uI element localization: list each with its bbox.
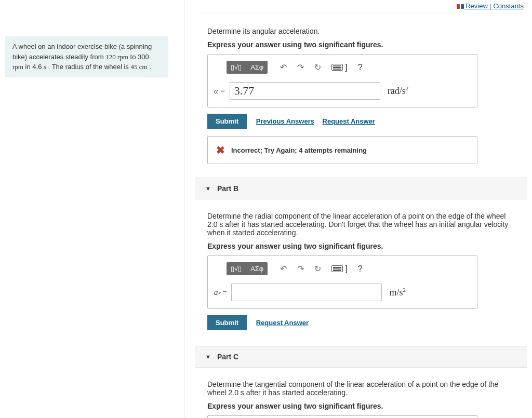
- greek-button[interactable]: ΑΣφ: [246, 61, 268, 74]
- request-answer-link[interactable]: Request Answer: [256, 319, 309, 327]
- text: . The radius of the wheel is: [48, 63, 131, 71]
- previous-answers-link[interactable]: Previous Answers: [256, 117, 314, 125]
- variable-label: aᵣ =: [214, 288, 227, 297]
- request-answer-link[interactable]: Request Answer: [323, 117, 375, 125]
- equation-toolbar: ▯√▯ ΑΣφ ↶ ↷ ↻ ] ?: [208, 55, 477, 77]
- part-c: Determine the tangential component of th…: [195, 368, 527, 418]
- submit-button[interactable]: Submit: [207, 114, 247, 129]
- action-row: Submit Previous Answers Request Answer: [207, 114, 514, 129]
- help-icon[interactable]: ?: [358, 264, 363, 274]
- text: to 300: [130, 53, 149, 61]
- instruction-text: Express your answer using two significan…: [207, 41, 514, 49]
- value: 45 cm: [130, 63, 147, 71]
- submit-button[interactable]: Submit: [207, 315, 247, 330]
- keyboard-icon[interactable]: [331, 265, 343, 272]
- part-title: Part C: [217, 353, 238, 361]
- question-text: Determine the radial component of the li…: [207, 212, 514, 237]
- part-b: Determine the radial component of the li…: [195, 199, 527, 346]
- question-text: Determine the tangential component of th…: [207, 380, 514, 397]
- part-b-header[interactable]: ▼ Part B: [195, 178, 527, 199]
- reset-icon[interactable]: ↻: [314, 264, 321, 274]
- answer-box: ▯√▯ ΑΣφ ↶ ↷ ↻ ] ?: [207, 415, 477, 418]
- variable-label: α =: [214, 87, 225, 96]
- part-c-header[interactable]: ▼ Part C: [195, 346, 527, 368]
- constants-link[interactable]: Constants: [493, 2, 524, 10]
- template-button[interactable]: ▯√▯: [227, 61, 246, 74]
- units-label: rad/s2: [388, 85, 409, 97]
- top-links: Review | Constants: [195, 0, 527, 12]
- incorrect-icon: ✖: [216, 144, 225, 156]
- reset-icon[interactable]: ↻: [314, 62, 321, 72]
- answer-box: ▯√▯ ΑΣφ ↶ ↷ ↻ ] ? aᵣ = m/s2: [207, 255, 477, 309]
- value: s: [44, 63, 46, 71]
- feedback-text: Incorrect; Try Again; 4 attempts remaini…: [231, 146, 367, 154]
- equation-toolbar: ▯√▯ ΑΣφ ↶ ↷ ↻ ] ?: [208, 256, 477, 278]
- text: .: [149, 63, 151, 71]
- undo-icon[interactable]: ↶: [280, 62, 287, 72]
- part-title: Part B: [217, 184, 238, 193]
- equation-toolbar: ▯√▯ ΑΣφ ↶ ↷ ↻ ] ?: [208, 416, 477, 418]
- question-text: Determine its angular acceleration.: [207, 27, 514, 35]
- chevron-down-icon: ▼: [205, 185, 211, 192]
- greek-button[interactable]: ΑΣφ: [246, 262, 268, 275]
- undo-icon[interactable]: ↶: [280, 264, 287, 274]
- action-row: Submit Request Answer: [207, 315, 514, 330]
- problem-statement: A wheel on an indoor exercise bike (a sp…: [5, 36, 168, 77]
- feedback-box: ✖ Incorrect; Try Again; 4 attempts remai…: [207, 136, 477, 164]
- units-label: m/s2: [389, 287, 406, 298]
- value: 120 rpm: [105, 53, 128, 61]
- instruction-text: Express your answer using two significan…: [207, 242, 514, 250]
- instruction-text: Express your answer using two significan…: [207, 402, 514, 410]
- answer-box: ▯√▯ ΑΣφ ↶ ↷ ↻ ] ? α = rad/s2: [207, 54, 477, 107]
- bracket-icon[interactable]: ]: [345, 264, 347, 274]
- part-a: Determine its angular acceleration. Expr…: [195, 15, 527, 178]
- text: in 4.6: [25, 63, 44, 71]
- chevron-down-icon: ▼: [205, 354, 211, 360]
- help-icon[interactable]: ?: [358, 63, 363, 72]
- redo-icon[interactable]: ↷: [297, 264, 304, 274]
- answer-input[interactable]: [231, 284, 382, 301]
- keyboard-icon[interactable]: [331, 64, 343, 71]
- bracket-icon[interactable]: ]: [345, 63, 347, 72]
- answer-input[interactable]: [230, 82, 380, 100]
- review-link[interactable]: Review: [466, 2, 488, 10]
- redo-icon[interactable]: ↷: [297, 62, 304, 72]
- pages-icon: [457, 4, 464, 9]
- value: rpm: [12, 63, 23, 71]
- template-button[interactable]: ▯√▯: [227, 262, 246, 275]
